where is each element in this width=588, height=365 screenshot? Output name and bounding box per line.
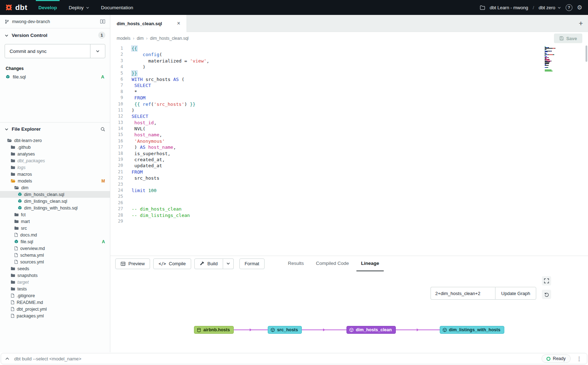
reset-view-icon[interactable] bbox=[542, 290, 551, 299]
code-line-3[interactable]: 3 materialized = 'view', bbox=[110, 58, 588, 64]
code-line-27[interactable]: 27-- dim_hosts_clean bbox=[110, 206, 588, 212]
dbt-logo[interactable]: dbt bbox=[5, 3, 27, 12]
tab-dim-hosts-clean[interactable]: dim_hosts_clean.sql × bbox=[110, 15, 187, 32]
code-line-14[interactable]: 14 NVL( bbox=[110, 126, 588, 132]
code-line-13[interactable]: 13 host_id, bbox=[110, 120, 588, 126]
tab-compiled-code[interactable]: Compiled Code bbox=[311, 256, 354, 271]
code-editor[interactable]: 1{{2 config(3 materialized = 'view',4 )5… bbox=[110, 45, 588, 256]
update-graph-button[interactable]: Update Graph bbox=[495, 287, 536, 300]
search-icon[interactable] bbox=[100, 127, 105, 132]
code-line-8[interactable]: 8 * bbox=[110, 89, 588, 95]
scrollbar-thumb[interactable] bbox=[586, 45, 587, 62]
code-line-25[interactable]: 25 bbox=[110, 194, 588, 200]
chevron-down-icon[interactable] bbox=[90, 44, 105, 58]
code-line-22[interactable]: 22 src_hosts bbox=[110, 175, 588, 181]
code-line-12[interactable]: 12SELECT bbox=[110, 113, 588, 119]
build-button[interactable]: Build bbox=[194, 258, 223, 269]
tree-item-docs.md[interactable]: docs.md bbox=[0, 231, 110, 238]
changed-file-row[interactable]: file.sql A bbox=[0, 73, 110, 81]
code-line-17[interactable]: 17 ) AS host_name, bbox=[110, 144, 588, 150]
lineage-node-src_hosts[interactable]: src_hosts bbox=[268, 326, 302, 334]
tree-item-packages.yml[interactable]: packages.yml bbox=[0, 312, 110, 319]
gear-icon[interactable]: ⚙ bbox=[577, 4, 582, 11]
tree-item-README.md[interactable]: README.md bbox=[0, 299, 110, 306]
tree-item-src[interactable]: src bbox=[0, 225, 110, 231]
code-line-24[interactable]: 24limit 100 bbox=[110, 187, 588, 194]
breadcrumb-file[interactable]: dim_hosts_clean.sql bbox=[150, 36, 189, 41]
code-line-7[interactable]: 7 SELECT bbox=[110, 82, 588, 88]
fullscreen-icon[interactable] bbox=[542, 276, 551, 285]
tree-item-dim_hosts_clean.sql[interactable]: dim_hosts_clean.sql bbox=[0, 191, 110, 198]
tree-item-logs[interactable]: logs bbox=[0, 164, 110, 171]
code-line-28[interactable]: 28-- dim_listings_clean bbox=[110, 212, 588, 218]
code-line-1[interactable]: 1{{ bbox=[110, 45, 588, 51]
tree-item-target[interactable]: target bbox=[0, 279, 110, 285]
command-bar[interactable]: dbt build --select <model_name> Ready ⋮ bbox=[1, 353, 587, 364]
code-line-9[interactable]: 9 FROM bbox=[110, 95, 588, 101]
code-line-29[interactable]: 29 bbox=[110, 218, 588, 224]
tree-item-dim[interactable]: dim bbox=[0, 184, 110, 191]
code-line-10[interactable]: 10 {{ ref('src_hosts') }} bbox=[110, 101, 588, 107]
file-explorer-header[interactable]: File Explorer bbox=[0, 122, 110, 136]
commit-and-sync-button[interactable]: Commit and sync bbox=[5, 44, 105, 58]
help-icon[interactable]: ? bbox=[566, 4, 572, 11]
tree-item-file.sql[interactable]: file.sqlA bbox=[0, 238, 110, 245]
status-badge[interactable]: Ready bbox=[542, 354, 571, 363]
tree-item-schema.yml[interactable]: schema.yml bbox=[0, 252, 110, 258]
environment-selector[interactable]: dbt zero bbox=[539, 5, 561, 10]
tree-item-mart[interactable]: mart bbox=[0, 218, 110, 225]
tree-item-dim_listings_clean.sql[interactable]: dim_listings_clean.sql bbox=[0, 198, 110, 205]
nav-item-deploy[interactable]: Deploy bbox=[68, 0, 90, 15]
tree-item-sources.yml[interactable]: sources.yml bbox=[0, 258, 110, 265]
tree-item-.gitignore[interactable]: .gitignore bbox=[0, 292, 110, 299]
compile-button[interactable]: </> Compile bbox=[153, 258, 191, 269]
breadcrumb-models[interactable]: models bbox=[117, 36, 131, 41]
tree-item-seeds[interactable]: seeds bbox=[0, 265, 110, 272]
code-line-23[interactable]: 23 bbox=[110, 181, 588, 187]
tree-item-dbt_packages[interactable]: dbt_packages bbox=[0, 157, 110, 164]
tree-item-dim_listings_with_hosts.sql[interactable]: dim_listings_with_hosts.sql bbox=[0, 205, 110, 211]
tree-item-overview.md[interactable]: overview.md bbox=[0, 245, 110, 252]
code-line-5[interactable]: 5}} bbox=[110, 70, 588, 76]
preview-button[interactable]: Preview bbox=[115, 258, 150, 269]
nav-item-documentation[interactable]: Documentation bbox=[100, 0, 134, 15]
code-line-18[interactable]: 18 is_superhost, bbox=[110, 151, 588, 157]
code-line-19[interactable]: 19 created_at, bbox=[110, 157, 588, 163]
tree-item-models[interactable]: modelsM bbox=[0, 178, 110, 184]
tree-item-dbt-learn-zero[interactable]: dbt-learn-zero bbox=[0, 137, 110, 144]
code-line-2[interactable]: 2 config( bbox=[110, 51, 588, 58]
code-line-15[interactable]: 15 host_name, bbox=[110, 132, 588, 138]
close-icon[interactable]: × bbox=[177, 20, 180, 27]
account-name[interactable]: dbt Learn - mwong bbox=[490, 5, 528, 10]
lineage-node-dim_hosts_clean[interactable]: dim_hosts_clean bbox=[346, 326, 395, 334]
tree-item-analyses[interactable]: analyses bbox=[0, 151, 110, 157]
code-line-26[interactable]: 26 bbox=[110, 200, 588, 206]
save-button[interactable]: Save bbox=[554, 34, 582, 43]
tree-item-dbt_project.yml[interactable]: dbt_project.yml bbox=[0, 306, 110, 312]
code-line-4[interactable]: 4 ) bbox=[110, 64, 588, 70]
tree-item-snapshots[interactable]: snapshots bbox=[0, 272, 110, 279]
kebab-menu-icon[interactable]: ⋮ bbox=[575, 355, 583, 362]
code-line-20[interactable]: 20 updated_at bbox=[110, 163, 588, 169]
lineage-node-dim_listings_with_hosts[interactable]: dim_listings_with_hosts bbox=[440, 326, 504, 334]
tab-lineage[interactable]: Lineage bbox=[356, 256, 384, 271]
breadcrumb-dim[interactable]: dim bbox=[137, 36, 144, 41]
nav-item-develop[interactable]: Develop bbox=[37, 0, 58, 15]
lineage-selector-input[interactable] bbox=[431, 287, 495, 300]
tree-item-fct[interactable]: fct bbox=[0, 211, 110, 218]
command-input[interactable]: dbt build --select <model_name> bbox=[14, 356, 81, 361]
panel-toggle-icon[interactable] bbox=[100, 19, 105, 24]
code-line-16[interactable]: 16 'Anonymous' bbox=[110, 138, 588, 144]
branch-name[interactable]: mwong-dev-branch bbox=[12, 19, 50, 24]
tree-item-tests[interactable]: tests bbox=[0, 285, 110, 292]
chevron-up-icon[interactable] bbox=[5, 356, 10, 361]
tree-item-.github[interactable]: .github bbox=[0, 144, 110, 151]
tree-item-macros[interactable]: macros bbox=[0, 171, 110, 178]
format-button[interactable]: Format bbox=[239, 258, 265, 269]
code-line-21[interactable]: 21FROM bbox=[110, 169, 588, 175]
code-line-6[interactable]: 6WITH src_hosts AS ( bbox=[110, 76, 588, 82]
lineage-node-airbnb.hosts[interactable]: airbnb.hosts bbox=[194, 326, 234, 334]
code-line-11[interactable]: 11) bbox=[110, 107, 588, 113]
version-control-header[interactable]: Version Control 1 bbox=[0, 28, 110, 42]
build-options-button[interactable] bbox=[223, 258, 234, 269]
